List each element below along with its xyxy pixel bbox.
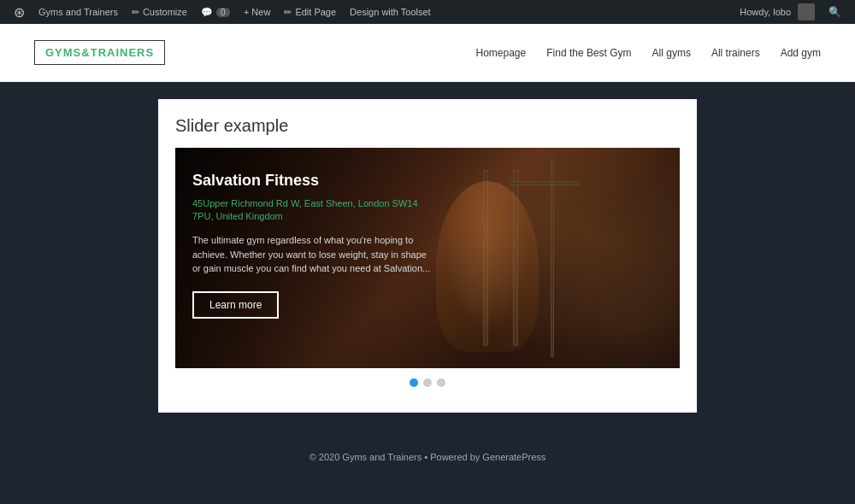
slider-dot-2[interactable] <box>423 378 432 387</box>
admin-bar: ⊛ Gyms and Trainers ✏ Customize 💬 0 + Ne… <box>0 0 855 24</box>
wp-logo-icon: ⊛ <box>14 4 25 21</box>
customize-label: Customize <box>143 7 187 17</box>
slider-address: 45Upper Richmond Rd W, East Sheen, Londo… <box>192 197 436 224</box>
slider-description: The ultimate gym regardless of what you'… <box>192 233 436 276</box>
edit-icon: ✏ <box>284 7 292 18</box>
nav-add-gym[interactable]: Add gym <box>781 47 821 59</box>
howdy-item[interactable]: Howdy, lobo <box>733 0 822 24</box>
slider-gym-name: Salvation Fitness <box>192 172 436 190</box>
slider-dot-3[interactable] <box>437 378 445 387</box>
logo-symbol: & <box>81 46 90 59</box>
comments-badge: 0 <box>216 8 230 17</box>
logo-text-trainers: TRAINERS <box>91 46 154 59</box>
site-logo[interactable]: GYMS&TRAINERS <box>34 40 165 65</box>
comments-item[interactable]: 💬 0 <box>194 0 237 24</box>
nav-all-trainers[interactable]: All trainers <box>711 47 760 59</box>
site-footer: © 2020 Gyms and Trainers • Powered by Ge… <box>0 438 855 476</box>
howdy-label: Howdy, lobo <box>740 7 791 17</box>
nav-homepage[interactable]: Homepage <box>476 47 527 59</box>
main-area: Slider example Salvation Fitness 45Upper… <box>0 82 855 438</box>
page-title: Slider example <box>175 116 680 136</box>
footer-text: © 2020 Gyms and Trainers • Powered by Ge… <box>310 452 546 462</box>
site-nav: Homepage Find the Best Gym All gyms All … <box>476 47 821 59</box>
nav-find-best-gym[interactable]: Find the Best Gym <box>546 47 631 59</box>
new-label: + New <box>244 7 271 17</box>
site-name-item[interactable]: Gyms and Trainers <box>32 0 125 24</box>
content-card: Slider example Salvation Fitness 45Upper… <box>158 99 697 413</box>
design-toolset-item[interactable]: Design with Toolset <box>343 0 438 24</box>
wp-logo-item[interactable]: ⊛ <box>7 0 32 24</box>
slider-dots <box>175 378 680 387</box>
avatar <box>798 3 815 21</box>
rack-bar-3 <box>551 159 554 357</box>
design-toolset-label: Design with Toolset <box>350 7 431 17</box>
edit-page-label: Edit Page <box>295 7 336 17</box>
learn-more-button[interactable]: Learn more <box>192 291 279 319</box>
comments-icon: 💬 <box>201 7 213 18</box>
rack-bar-horiz <box>510 181 579 185</box>
edit-page-item[interactable]: ✏ Edit Page <box>277 0 343 24</box>
slider-container: Salvation Fitness 45Upper Richmond Rd W,… <box>175 148 680 368</box>
customize-item[interactable]: ✏ Customize <box>125 0 194 24</box>
slider-dot-1[interactable] <box>410 378 418 387</box>
nav-all-gyms[interactable]: All gyms <box>652 47 691 59</box>
site-name-label: Gyms and Trainers <box>38 7 118 17</box>
search-item[interactable]: 🔍 <box>822 0 848 24</box>
logo-text-gyms: GYMS <box>45 46 81 59</box>
site-header: GYMS&TRAINERS Homepage Find the Best Gym… <box>0 24 855 82</box>
customize-icon: ✏ <box>132 7 139 18</box>
slider-overlay: Salvation Fitness 45Upper Richmond Rd W,… <box>175 148 453 368</box>
search-icon: 🔍 <box>828 6 841 18</box>
new-item[interactable]: + New <box>237 0 278 24</box>
